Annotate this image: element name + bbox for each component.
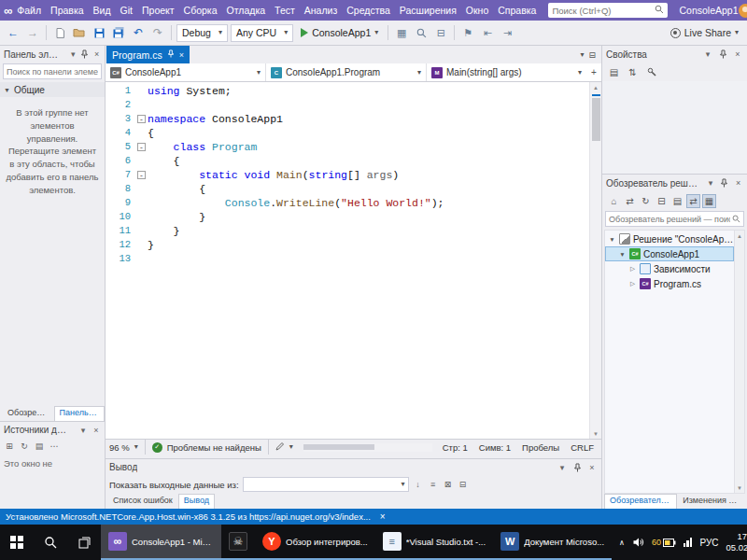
scroll-up-icon[interactable]: ▲ [593,82,599,92]
code-line[interactable]: 9 Console.WriteLine("Hello World!"); [106,196,589,210]
indent-icon[interactable]: ⇥ [499,24,515,41]
taskbar-app[interactable]: WДокумент Microso... [493,525,612,560]
fold-toggle-icon[interactable]: - [137,115,146,123]
word-wrap-icon[interactable]: ≡ [428,480,439,489]
data-sources-header[interactable]: Источники данных ▾ × [0,421,105,438]
switch-views-icon[interactable]: ⇄ [623,194,637,208]
chevron-down-icon[interactable]: ▾ [706,178,716,188]
code-line[interactable]: 12} [106,238,589,252]
menu-item[interactable]: Сборка [179,5,222,16]
code-line[interactable]: 6 { [106,154,589,168]
scroll-up-icon[interactable]: ▲ [737,231,742,241]
dock-tab[interactable]: Панель эле... [54,406,105,421]
redo-icon[interactable]: ↷ [149,24,166,41]
scrollbar-thumb[interactable] [592,98,600,141]
member-dropdown[interactable]: M Main(string[] args) ▾ [427,63,586,81]
taskbar-app[interactable]: YОбзор интегриров... [255,525,375,560]
menu-item[interactable]: Анализ [300,5,342,16]
solution-search-input[interactable] [609,215,730,224]
collapsed-arrow-icon[interactable]: ▷ [628,280,637,287]
code-line[interactable]: 13 [106,252,589,266]
pin-icon[interactable] [167,49,175,60]
scroll-down-icon[interactable]: ▼ [737,483,742,493]
show-all-files-icon[interactable]: ▤ [670,194,684,208]
vertical-scrollbar[interactable]: ▲ ▼ [589,82,601,439]
toolbox-header[interactable]: Панель элементов ▾ × [0,46,105,63]
menu-item[interactable]: Вид [89,5,116,16]
menu-item[interactable]: Файл [12,5,46,16]
menu-item[interactable]: Правка [46,5,88,16]
collapsed-arrow-icon[interactable]: ▷ [628,265,637,273]
tray-expand-icon[interactable]: ∧ [619,539,625,547]
more-icon[interactable]: ⋯ [49,441,60,451]
tree-item[interactable]: ▷C#Program.cs [605,276,734,291]
edit-indicator-icon[interactable] [275,441,285,453]
properties-header[interactable]: Свойства ▾ × [602,46,747,63]
add-data-source-icon[interactable]: ⊞ [4,441,15,451]
solution-tree[interactable]: ▼Решение "ConsoleApp1" (проекты: 1 из 1)… [605,231,734,493]
toolbox-section-general[interactable]: ▼ Общие [0,82,105,97]
tree-item[interactable]: ▼Решение "ConsoleApp1" (проекты: 1 из 1) [605,231,734,246]
user-avatar[interactable] [739,4,747,18]
close-icon[interactable]: × [732,49,743,59]
toolbox-search-input[interactable] [7,67,98,77]
zoom-control[interactable]: 96 % [109,442,130,453]
quick-search-input[interactable] [552,6,652,16]
home-icon[interactable]: ⌂ [607,194,621,208]
refresh-icon[interactable]: ↻ [639,194,653,208]
vertical-scrollbar[interactable]: ▲ ▼ [734,231,744,493]
scrollbar-thumb[interactable] [303,444,374,450]
code-line[interactable]: 11 } [106,224,589,238]
save-icon[interactable] [91,24,107,41]
close-icon[interactable]: × [733,178,743,188]
type-dropdown[interactable]: C ConsoleApp1.Program ▾ [266,63,427,81]
expanded-arrow-icon[interactable]: ▼ [608,236,616,243]
outdent-icon[interactable]: ⇤ [479,24,496,41]
close-notification-icon[interactable]: × [380,511,386,522]
chevron-down-icon[interactable]: ▾ [557,463,568,472]
categorized-icon[interactable]: ▤ [607,65,621,79]
expanded-arrow-icon[interactable]: ▼ [618,251,627,258]
output-source-dropdown[interactable]: ▾ [243,477,409,492]
split-window-icon[interactable]: ⊟ [588,50,596,60]
code-line[interactable]: 4{ [106,126,589,140]
split-editor-icon[interactable]: + [586,63,601,81]
menu-item[interactable]: Проект [137,5,179,16]
close-icon[interactable]: × [92,426,101,435]
solution-configuration-dropdown[interactable]: Debug ▾ [176,24,228,42]
horizontal-scrollbar[interactable] [303,443,432,452]
code-line[interactable]: 7- static void Main(string[] args) [106,168,589,182]
dock-tab[interactable]: Вывод [178,494,215,509]
code-line[interactable]: 5- class Program [106,140,589,154]
breakpoints-window-icon[interactable]: ⊟ [432,24,449,41]
taskbar-app[interactable]: ≡*Visual Studio.txt -... [375,525,493,560]
configure-icon[interactable]: ▤ [34,441,45,451]
undo-icon[interactable]: ↶ [130,24,147,41]
code-line[interactable]: 3-namespace ConsoleApp1 [106,112,589,126]
output-header[interactable]: Вывод ▾ × [106,458,601,475]
volume-icon[interactable] [632,537,644,548]
taskbar-app[interactable]: ☠ [221,525,255,560]
solution-platform-dropdown[interactable]: Any CPU ▾ [231,24,293,42]
code-area[interactable]: 1using System;23-namespace ConsoleApp14{… [106,82,589,439]
save-output-icon[interactable]: ↓ [413,480,424,489]
tab-list-icon[interactable]: ▾ [580,50,584,59]
scroll-down-icon[interactable]: ▼ [593,428,599,439]
document-tab[interactable]: Program.cs × [106,46,190,63]
solution-search-box[interactable] [605,211,744,227]
toolbox-search-box[interactable] [3,63,102,79]
code-line[interactable]: 10 } [106,210,589,224]
navigate-back-icon[interactable]: ← [5,24,21,41]
project-dropdown[interactable]: C# ConsoleApp1 ▾ [106,63,266,81]
dock-tab[interactable]: Обозревате... [2,406,54,421]
close-tab-icon[interactable]: × [179,50,184,60]
pin-icon[interactable] [571,463,583,472]
dock-tab[interactable]: Изменения Git — п... [677,494,747,509]
sync-active-document-icon[interactable]: ⇄ [686,194,700,208]
taskbar-search-button[interactable] [34,525,67,560]
code-editor[interactable]: 1using System;23-namespace ConsoleApp14{… [106,82,601,439]
clear-output-icon[interactable]: ⊠ [443,480,454,489]
chevron-down-icon[interactable]: ▾ [69,49,78,59]
live-share-button[interactable]: Live Share ▾ [670,27,742,38]
fold-toggle-icon[interactable]: - [137,171,146,179]
